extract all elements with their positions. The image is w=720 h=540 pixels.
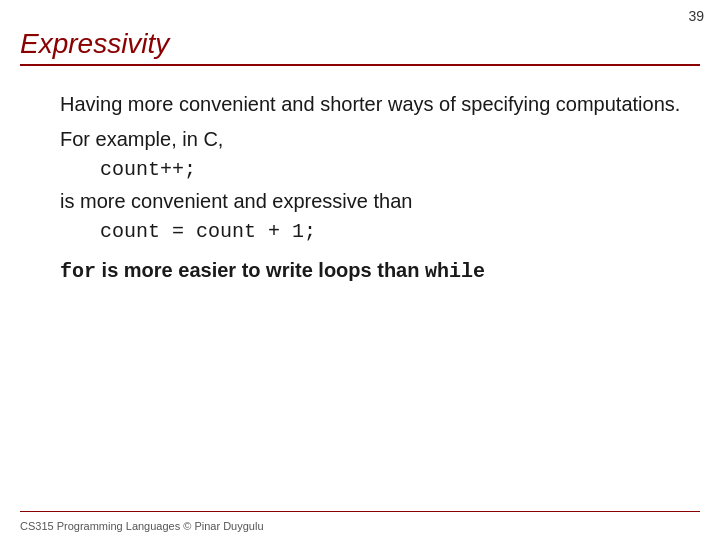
for-keyword: for — [60, 260, 96, 283]
for-while-line: for is more easier to write loops than w… — [60, 259, 690, 283]
code-block-1: count++; — [100, 158, 690, 181]
title-underline — [20, 64, 700, 66]
while-keyword: while — [425, 260, 485, 283]
paragraph-1: Having more convenient and shorter ways … — [60, 90, 690, 119]
paragraph-3: is more convenient and expressive than — [60, 187, 690, 216]
slide-title: Expressivity — [20, 28, 700, 60]
code-block-2: count = count + 1; — [100, 220, 690, 243]
for-line-middle: is more easier to write loops than — [96, 259, 425, 281]
paragraph-2: For example, in C, — [60, 125, 690, 154]
slide-number: 39 — [688, 8, 704, 24]
content-area: Having more convenient and shorter ways … — [60, 90, 690, 283]
footer-line — [20, 511, 700, 512]
footer-text: CS315 Programming Languages © Pinar Duyg… — [20, 520, 264, 532]
title-area: Expressivity — [20, 28, 700, 66]
